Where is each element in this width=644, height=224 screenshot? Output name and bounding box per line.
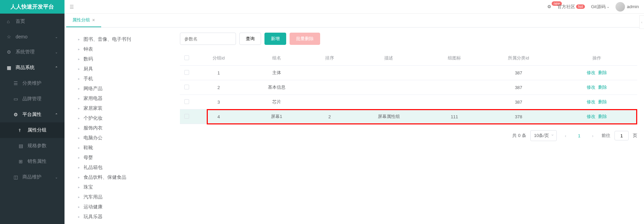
tree-item[interactable]: ▸网络产品 <box>75 84 177 93</box>
sidebar-item-product-maintain[interactable]: ◫ 商品维护 ⌄ <box>0 169 65 185</box>
side-panel-toggle[interactable]: ‹ <box>639 15 644 29</box>
tree-item[interactable]: ▸食品饮料、保健食品 <box>75 172 177 182</box>
chevron-down-icon: ⌄ <box>55 175 58 179</box>
row-checkbox[interactable] <box>184 85 189 89</box>
sidebar-item-product[interactable]: ▦ 商品系统 ⌃ <box>0 60 65 75</box>
tree-label: 电脑办公 <box>84 134 103 141</box>
tree-item[interactable]: ▸玩具乐器 <box>75 212 177 222</box>
tree-item[interactable]: ▸服饰内衣 <box>75 123 177 133</box>
sidebar-item-home[interactable]: ⌂ 首页 <box>0 14 65 29</box>
menu-toggle-icon[interactable]: ☰ <box>70 4 74 10</box>
cell-icon <box>428 80 481 95</box>
delete-link[interactable]: 删除 <box>598 114 607 119</box>
query-button[interactable]: 查询 <box>239 33 261 45</box>
tree-label: 家用电器 <box>84 95 103 102</box>
product-maintain-label: 商品维护 <box>22 174 55 180</box>
hot-badge: hot <box>576 4 585 9</box>
tree-item[interactable]: ▸珠宝 <box>75 182 177 192</box>
user-menu[interactable]: admin <box>615 2 639 12</box>
tree-item[interactable]: ▸图书、音像、电子书刊 <box>75 34 177 44</box>
cell-cat: 387 <box>481 95 556 109</box>
row-checkbox[interactable] <box>184 114 189 119</box>
settings-link[interactable]: ⚙ new <box>547 4 551 9</box>
tree-label: 食品饮料、保健食品 <box>84 174 126 181</box>
tree-item[interactable]: ▸彩票、旅行、充值、票务 <box>75 222 177 224</box>
tree-item[interactable]: ▸数码 <box>75 54 177 64</box>
cell-desc <box>350 66 428 80</box>
edit-link[interactable]: 修改 <box>587 114 595 119</box>
edit-link[interactable]: 修改 <box>587 70 595 75</box>
tree-label: 图书、音像、电子书刊 <box>84 36 131 43</box>
delete-link[interactable]: 删除 <box>598 70 607 75</box>
attr-group-label: 属性分组 <box>27 127 58 133</box>
next-page-button[interactable]: › <box>588 131 597 140</box>
sidebar-item-spec-param[interactable]: ▤ 规格参数 <box>0 138 65 154</box>
demo-label: demo <box>16 34 55 39</box>
sidebar-item-sale-attr[interactable]: ⊞ 销售属性 <box>0 154 65 169</box>
gear-icon: ⚙ <box>14 112 20 117</box>
caret-icon: ▸ <box>78 155 82 160</box>
tree-item[interactable]: ▸汽车用品 <box>75 192 177 202</box>
tree-item[interactable]: ▸家居家装 <box>75 103 177 113</box>
batch-delete-button[interactable]: 批量删除 <box>290 33 320 45</box>
caret-icon: ▸ <box>78 86 82 91</box>
page-number[interactable]: 1 <box>574 133 584 138</box>
tree-item[interactable]: ▸运动健康 <box>75 202 177 212</box>
caret-icon: ▸ <box>78 145 82 150</box>
cell-id: 1 <box>194 66 244 80</box>
tree-label: 汽车用品 <box>84 193 103 201</box>
sidebar-item-attr-group[interactable]: ⫯ 属性分组 <box>0 122 65 138</box>
delete-link[interactable]: 删除 <box>598 85 607 90</box>
edit-link[interactable]: 修改 <box>587 99 595 104</box>
chevron-up-icon: ⌃ <box>55 113 58 117</box>
tree-label: 家居家装 <box>84 105 103 112</box>
sidebar-item-category[interactable]: ☰ 分类维护 <box>0 75 65 91</box>
sidebar-item-demo[interactable]: ☆ demo ⌄ <box>0 29 65 44</box>
select-all-checkbox[interactable] <box>184 55 189 60</box>
goto-input[interactable] <box>614 131 629 140</box>
card-icon: ▭ <box>14 96 20 102</box>
tree-item[interactable]: ▸母婴 <box>75 153 177 162</box>
tree-item[interactable]: ▸电脑办公 <box>75 133 177 143</box>
tree-item[interactable]: ▸礼品箱包 <box>75 162 177 172</box>
cell-id: 4 <box>194 109 244 124</box>
cell-icon <box>428 95 481 109</box>
system-label: 系统管理 <box>16 49 55 55</box>
close-icon[interactable]: ✕ <box>92 18 95 22</box>
add-button[interactable]: 新增 <box>264 33 286 45</box>
tiles-icon: ⊞ <box>19 159 25 164</box>
tree-item[interactable]: ▸钟表 <box>75 44 177 54</box>
brand-label: 品牌管理 <box>22 96 58 102</box>
tree-item[interactable]: ▸厨具 <box>75 64 177 74</box>
spec-param-label: 规格参数 <box>27 143 58 149</box>
tree-item[interactable]: ▸个护化妆 <box>75 113 177 123</box>
tab-attr-group[interactable]: 属性分组 ✕ <box>66 14 101 27</box>
page-size-select[interactable]: 10条/页 <box>530 130 557 141</box>
sidebar-item-platform-attr[interactable]: ⚙ 平台属性 ⌃ <box>0 107 65 122</box>
tree-label: 鞋靴 <box>84 144 93 151</box>
tree-label: 厨具 <box>84 65 93 72</box>
chevron-up-icon: ⌃ <box>55 66 58 70</box>
delete-link[interactable]: 删除 <box>598 99 607 104</box>
community-link[interactable]: 官方社区 hot <box>557 4 585 10</box>
git-link[interactable]: Git源码 ⌄ <box>591 4 609 10</box>
cell-name: 主体 <box>244 66 309 80</box>
list-icon: ☰ <box>14 81 20 86</box>
total-label: 共 0 条 <box>512 133 526 139</box>
row-checkbox[interactable] <box>184 70 189 75</box>
tree-item[interactable]: ▸手机 <box>75 74 177 84</box>
tree-item[interactable]: ▸家用电器 <box>75 93 177 103</box>
col-cat: 所属分类id <box>481 51 556 66</box>
sidebar-item-system[interactable]: ⚙ 系统管理 ⌄ <box>0 44 65 60</box>
tree-item[interactable]: ▸鞋靴 <box>75 143 177 153</box>
category-tree: ▸图书、音像、电子书刊▸钟表▸数码▸厨具▸手机▸网络产品▸家用电器▸家居家装▸个… <box>65 28 180 224</box>
search-input[interactable] <box>180 33 236 45</box>
tabs-bar: 属性分组 ✕ <box>65 14 644 28</box>
row-checkbox[interactable] <box>184 99 189 104</box>
chevron-down-icon: ⌄ <box>607 5 609 8</box>
edit-link[interactable]: 修改 <box>587 85 595 90</box>
cell-actions: 修改删除 <box>556 95 637 109</box>
table-area: 查询 新增 批量删除 分组id 组名 排序 描述 组图标 所属分类id <box>180 28 644 224</box>
sidebar-item-brand[interactable]: ▭ 品牌管理 <box>0 91 65 107</box>
prev-page-button[interactable]: ‹ <box>561 131 570 140</box>
